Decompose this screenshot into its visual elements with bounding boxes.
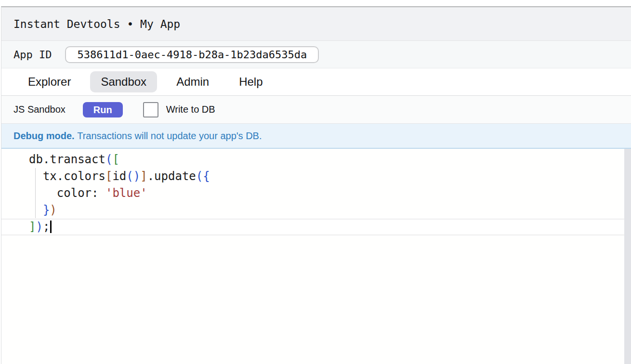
code-token: color: (29, 186, 105, 200)
code-line-1[interactable]: db.transact([ (1, 151, 631, 168)
debug-mode-banner: Debug mode. Transactions will not update… (1, 124, 631, 149)
window-header: Instant Devtools • My App (1, 7, 631, 41)
tab-admin[interactable]: Admin (166, 71, 220, 92)
code-token: ) (50, 203, 56, 217)
code-token: ) (133, 169, 140, 183)
code-token: ( (126, 169, 133, 183)
app-id-row: App ID 538611d1-0aec-4918-b28a-1b23da653… (1, 41, 631, 68)
tab-bar: ExplorerSandboxAdminHelp (1, 68, 631, 96)
code-token: id (112, 169, 126, 183)
code-token: } (43, 203, 50, 217)
tab-sandbox[interactable]: Sandbox (90, 71, 157, 92)
write-to-db-label[interactable]: Write to DB (166, 104, 215, 115)
code-token: tx.colors (29, 169, 105, 183)
app-id-value[interactable]: 538611d1-0aec-4918-b28a-1b23da6535da (65, 46, 319, 63)
code-token: { (203, 169, 210, 183)
text-cursor (50, 221, 52, 233)
debug-banner-text: Transactions will not update your app's … (75, 130, 262, 142)
code-line-5[interactable]: ]); (1, 219, 631, 235)
code-token: ) (36, 220, 42, 234)
editor-scrollbar[interactable] (624, 149, 631, 364)
code-token: ] (29, 220, 36, 234)
page-title: Instant Devtools • My App (13, 18, 180, 30)
code-line-2[interactable]: tx.colors[id()].update({ (1, 168, 631, 185)
code-token: ( (196, 169, 203, 183)
code-token: ; (43, 220, 50, 234)
devtools-window: Instant Devtools • My App App ID 538611d… (1, 6, 631, 364)
sandbox-toolbar: JS Sandbox Run Write to DB (1, 96, 631, 124)
code-token (29, 203, 43, 217)
code-editor[interactable]: db.transact([ tx.colors[id()].update({ c… (1, 149, 631, 364)
code-token: [ (105, 169, 112, 183)
code-line-4[interactable]: }) (1, 202, 631, 219)
sandbox-title: JS Sandbox (13, 104, 66, 115)
indent-guide (35, 168, 36, 218)
code-token: db.transact (29, 153, 105, 166)
app-id-label: App ID (13, 49, 52, 61)
tab-help[interactable]: Help (228, 71, 273, 92)
run-button[interactable]: Run (83, 102, 123, 117)
code-token: [ (112, 153, 119, 166)
write-to-db-checkbox[interactable] (143, 102, 158, 117)
code-line-3[interactable]: color: 'blue' (1, 185, 631, 202)
code-token: 'blue' (105, 186, 147, 200)
code-area[interactable]: db.transact([ tx.colors[id()].update({ c… (1, 149, 631, 235)
debug-banner-bold: Debug mode. (13, 130, 75, 142)
code-token: ( (105, 153, 112, 166)
code-token: ] (140, 169, 147, 183)
tab-explorer[interactable]: Explorer (17, 71, 81, 92)
code-token: .update (147, 169, 196, 183)
